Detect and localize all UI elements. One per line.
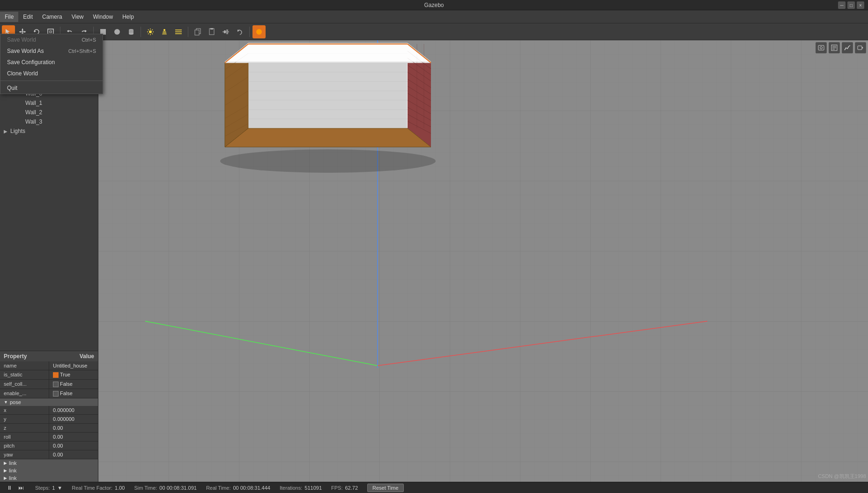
checkbox-selfcoll	[53, 382, 59, 387]
svg-point-12	[114, 29, 120, 35]
viewport-video-btn[interactable]	[855, 42, 866, 53]
checkbox-enable	[53, 391, 59, 397]
svg-rect-88	[858, 46, 862, 50]
toolbar-cylinder[interactable]	[125, 25, 138, 38]
prop-self-coll: self_coll... False	[0, 380, 98, 389]
prop-is-static: is_static True	[0, 370, 98, 380]
menu-clone-world[interactable]: Clone World	[0, 68, 103, 79]
menu-save-world[interactable]: Save World Ctrl+S	[0, 34, 103, 45]
left-panel: Wind ▼ Models ▶ ground_plane ▼ Untitled_…	[0, 40, 98, 482]
svg-marker-4	[19, 31, 21, 33]
svg-rect-8	[50, 31, 52, 33]
prop-link3-section[interactable]: ▶ link	[0, 474, 98, 482]
step-btn[interactable]: ⏭	[16, 483, 26, 493]
prop-pose-section[interactable]: ▼ pose	[0, 398, 98, 406]
svg-marker-5	[24, 31, 26, 33]
toolbar-spotlight[interactable]	[158, 25, 171, 38]
svg-point-25	[163, 29, 165, 31]
tree-wall-2[interactable]: Wall_2	[0, 108, 98, 117]
svg-marker-89	[862, 47, 863, 49]
menu-edit[interactable]: Edit	[18, 12, 37, 22]
reset-time-btn[interactable]: Reset Time	[367, 484, 404, 492]
house-3d	[211, 40, 468, 194]
svg-marker-77	[225, 43, 431, 62]
menu-quit[interactable]: Quit	[0, 82, 103, 94]
minimize-btn[interactable]: ─	[838, 1, 846, 9]
prop-x: x 0.000000	[0, 406, 98, 415]
checkbox-static	[53, 372, 59, 378]
svg-point-15	[129, 33, 134, 35]
svg-marker-46	[225, 128, 431, 147]
menubar: File Edit Camera View Window Help Save W…	[0, 10, 868, 23]
main-area: Wind ▼ Models ▶ ground_plane ▼ Untitled_…	[0, 40, 868, 482]
prop-enable: enable_... False	[0, 389, 98, 398]
file-dropdown-menu: Save World Ctrl+S Save World As Ctrl+Shi…	[0, 34, 103, 94]
statusbar-rtf: Real Time Factor: 1.00	[72, 485, 125, 491]
svg-marker-10	[85, 30, 87, 32]
viewport-chart-btn[interactable]	[842, 42, 853, 53]
menu-help[interactable]: Help	[118, 12, 139, 22]
toolbar-paste[interactable]	[205, 25, 218, 38]
toolbar-pointlight[interactable]	[144, 25, 157, 38]
svg-rect-34	[224, 30, 226, 33]
prop-y: y 0.000000	[0, 415, 98, 424]
maximize-btn[interactable]: □	[847, 1, 855, 9]
properties-panel: Property Value name Untitled_house is_st…	[0, 351, 98, 482]
svg-rect-32	[210, 28, 213, 29]
toolbar-snap[interactable]	[233, 25, 246, 38]
toolbar-align[interactable]	[219, 25, 232, 38]
svg-line-23	[152, 29, 153, 30]
tree-lights[interactable]: ▶ Lights	[0, 126, 98, 136]
titlebar: Gazebo ─ □ ×	[0, 0, 868, 10]
prop-name: name Untitled_house	[0, 361, 98, 370]
viewport-controls	[816, 42, 866, 53]
statusbar-fps: FPS: 62.72	[331, 485, 358, 491]
statusbar-iterations: Iterations: 511091	[280, 485, 322, 491]
svg-marker-6	[34, 30, 36, 32]
menu-save-world-as[interactable]: Save World As Ctrl+Shift+S	[0, 45, 103, 57]
properties-header: Property Value	[0, 351, 98, 361]
svg-point-83	[820, 47, 823, 49]
statusbar-pause: ⏸ ⏭	[5, 483, 26, 493]
svg-point-37	[256, 29, 262, 35]
prop-link1-section[interactable]: ▶ link	[0, 459, 98, 467]
viewport[interactable]: CSDN @凯凯王1998	[98, 40, 868, 482]
toolbar-sep-3	[141, 27, 141, 37]
menu-window[interactable]: Window	[89, 12, 118, 22]
menu-camera[interactable]: Camera	[37, 12, 67, 22]
svg-line-24	[148, 33, 149, 34]
menu-save-config[interactable]: Save Configuration	[0, 57, 103, 68]
svg-line-21	[148, 29, 149, 30]
menu-separator	[0, 81, 103, 81]
prop-yaw: yaw 0.00	[0, 450, 98, 459]
svg-marker-9	[67, 30, 69, 32]
svg-marker-2	[22, 29, 23, 30]
close-btn[interactable]: ×	[857, 1, 864, 9]
statusbar-simtime: Sim Time: 00 00:08:31.091	[134, 485, 196, 491]
statusbar: ⏸ ⏭ Steps: 1 ▼ Real Time Factor: 1.00 Si…	[0, 482, 868, 493]
tree-wall-3[interactable]: Wall_3	[0, 117, 98, 126]
toolbar-sphere[interactable]	[111, 25, 124, 38]
svg-rect-30	[195, 30, 199, 35]
toolbar-dirlight[interactable]	[172, 25, 185, 38]
prop-link2-section[interactable]: ▶ link	[0, 467, 98, 474]
watermark: CSDN @凯凯王1998	[818, 473, 866, 480]
svg-point-78	[220, 149, 436, 173]
toolbar-orange[interactable]	[252, 25, 266, 38]
statusbar-realtime: Real Time: 00 00:08:31.444	[206, 485, 270, 491]
toolbar-copy[interactable]	[191, 25, 204, 38]
menu-view[interactable]: View	[67, 12, 89, 22]
toolbar	[0, 23, 868, 40]
statusbar-steps: Steps: 1 ▼	[35, 485, 62, 491]
viewport-log-btn[interactable]	[829, 42, 840, 53]
window-title: Gazebo	[424, 2, 444, 8]
svg-rect-35	[226, 29, 228, 34]
menu-file[interactable]: File	[0, 12, 18, 22]
viewport-screenshot-btn[interactable]	[816, 42, 827, 53]
pause-btn[interactable]: ⏸	[5, 483, 14, 493]
prop-roll: roll 0.00	[0, 433, 98, 441]
svg-rect-82	[818, 45, 824, 50]
tree-wall-1[interactable]: Wall_1	[0, 98, 98, 108]
prop-z: z 0.00	[0, 424, 98, 433]
prop-pitch: pitch 0.00	[0, 441, 98, 450]
